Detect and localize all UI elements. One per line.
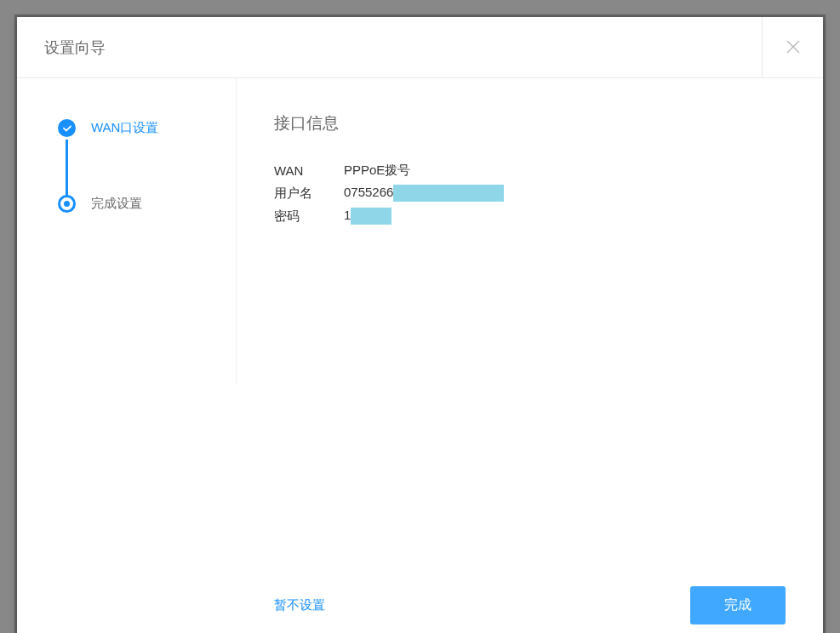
close-button[interactable] (762, 17, 823, 78)
dialog-header: 设置向导 (17, 17, 823, 78)
redacted-block (351, 208, 391, 225)
section-title: 接口信息 (274, 112, 786, 134)
setup-wizard-dialog: 设置向导 WAN口设置 完成设置 (17, 17, 823, 633)
dialog-title: 设置向导 (44, 37, 106, 58)
interface-info-table: WAN PPPoE拨号 用户名 0755266 密码 1 (274, 160, 786, 229)
skip-button[interactable]: 暂不设置 (274, 597, 325, 613)
redacted-block (393, 185, 504, 202)
info-label: 用户名 (274, 185, 344, 202)
wizard-footer: 暂不设置 完成 (274, 569, 786, 624)
info-row-password: 密码 1 (274, 206, 786, 226)
step-label: WAN口设置 (91, 120, 158, 136)
wizard-sidebar: WAN口设置 完成设置 (17, 78, 237, 385)
check-circle-icon (58, 119, 76, 137)
radio-circle-icon (58, 195, 76, 213)
info-value: PPPoE拨号 (344, 163, 410, 179)
main-panel: 接口信息 WAN PPPoE拨号 用户名 0755266 密码 1 暂不设置 完… (237, 78, 823, 633)
step-label: 完成设置 (91, 196, 142, 212)
finish-button[interactable]: 完成 (690, 586, 786, 624)
step-wan-settings[interactable]: WAN口设置 (58, 119, 236, 137)
info-row-wan: WAN PPPoE拨号 (274, 160, 786, 180)
info-label: WAN (274, 163, 344, 178)
dialog-body: WAN口设置 完成设置 接口信息 WAN PPPoE拨号 用户名 0755266 (17, 78, 823, 633)
step-finish[interactable]: 完成设置 (58, 195, 236, 213)
info-row-username: 用户名 0755266 (274, 183, 786, 203)
info-value: 1 (344, 208, 391, 225)
step-list: WAN口设置 完成设置 (58, 119, 236, 213)
close-icon (785, 37, 802, 59)
info-label: 密码 (274, 208, 344, 225)
info-value: 0755266 (344, 185, 504, 202)
